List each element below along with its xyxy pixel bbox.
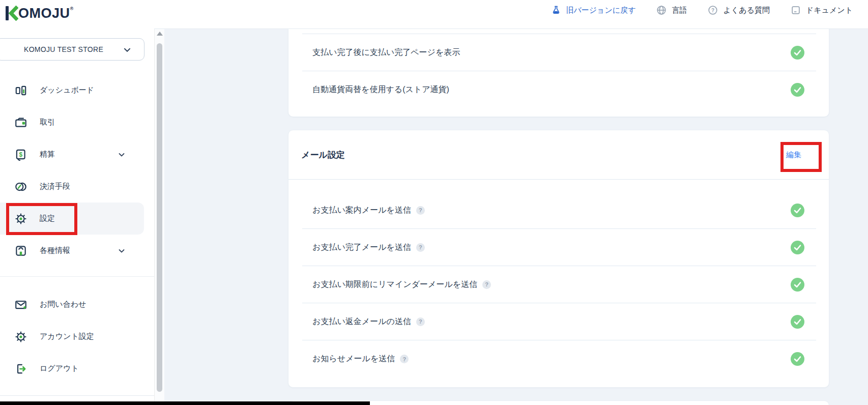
document-icon [790,5,801,16]
setting-row: お支払い期限前にリマインダーメールを送信 ? [302,266,816,303]
store-selector[interactable]: KOMOJU TEST STORE [0,38,144,61]
header-divider [154,28,868,29]
sidebar-item[interactable]: お問い合わせ [0,288,144,321]
header-link[interactable]: ? よくある質問 [707,5,769,16]
bottom-black-bar [0,401,370,405]
sidebar-item-label: お問い合わせ [40,300,86,309]
help-icon[interactable]: ? [400,355,409,363]
svg-text:$: $ [19,151,22,158]
setting-row: お支払い返金メールの送信 ? [302,303,816,340]
enabled-check-icon [791,278,804,292]
payment-methods-icon [14,180,27,193]
setting-label: お知らせメールを送信 [312,354,395,364]
header-link[interactable]: 旧バージョンに戻す [551,5,635,15]
sidebar-footer-nav: お問い合わせ アカウント設定 ログアウト [0,288,154,385]
enabled-check-icon [791,315,804,329]
sidebar-item[interactable]: 取引 [0,106,144,138]
setting-label: お支払い返金メールの送信 [312,316,411,327]
header-link-label: ドキュメント [806,6,853,15]
edit-link[interactable]: 編集 [786,150,801,160]
store-selector-label: KOMOJU TEST STORE [24,45,103,53]
sidebar-item-label: 精算 [40,150,55,159]
sidebar-scrollbar[interactable] [154,29,164,405]
setting-row: お支払い完了メールを送信 ? [302,229,816,266]
payment-settings-rows: 支払い完了後に支払い完了ページを表示 自動通貨両替を使用する(ストア通貨) [302,34,816,108]
setting-row: 支払い完了後に支払い完了ページを表示 [302,34,816,71]
sidebar-item[interactable]: アカウント設定 [0,321,144,353]
sidebar-item[interactable]: $ 精算 [0,138,144,170]
header-link[interactable]: ドキュメント [790,5,853,16]
sidebar-nav: ダッシュボード 取引 $ 精算 決済手段 [0,74,154,267]
scrollbar-thumb[interactable] [157,43,162,392]
komoju-dashboard: 支払い完了後に支払い完了ページを表示 自動通貨両替を使用する(ストア通貨) メー… [0,0,868,405]
gear-icon [14,330,27,343]
logout-icon [14,362,27,375]
sidebar-item-label: 決済手段 [40,182,70,191]
help-icon[interactable]: ? [416,206,425,215]
help-icon[interactable]: ? [416,317,425,326]
sidebar-item[interactable]: ログアウト [0,353,144,385]
sidebar-item[interactable]: 決済手段 [0,170,144,202]
scrollbar-up-arrow[interactable] [157,32,163,36]
sidebar-item-label: アカウント設定 [40,332,94,341]
setting-label: お支払い完了メールを送信 [312,242,411,253]
sidebar-divider [0,276,154,277]
top-header: OMOJU ® 旧バージョンに戻す 言語 ? よくある質問 [0,0,868,29]
setting-row: 自動通貨両替を使用する(ストア通貨) [302,71,816,108]
header-link-label: 言語 [672,6,687,15]
komoju-logo[interactable]: OMOJU ® [5,6,73,23]
info-box-icon [14,244,27,257]
sidebar-item[interactable]: 各種情報 [0,235,144,267]
header-link[interactable]: 言語 [656,5,687,16]
help-icon[interactable]: ? [482,280,491,289]
settlement-icon: $ [14,148,27,161]
svg-text:?: ? [711,8,714,13]
help-icon[interactable]: ? [416,243,425,252]
chevron-down-icon[interactable] [118,247,126,255]
dashboard-icon [14,84,27,97]
header-link-label: 旧バージョンに戻す [566,6,635,15]
question-icon: ? [707,5,718,16]
setting-label: 自動通貨両替を使用する(ストア通貨) [312,84,449,95]
logo-text: OMOJU [18,6,70,21]
enabled-check-icon [791,83,804,97]
enabled-check-icon [791,241,804,254]
mail-icon [14,298,27,311]
sidebar-item[interactable]: ダッシュボード [0,74,144,106]
registered-mark: ® [70,6,74,11]
mail-settings-card: メール設定 編集 お支払い案内メールを送信 ? お支払い完了メールを送信 ? [288,130,829,388]
setting-label: 支払い完了後に支払い完了ページを表示 [312,47,460,58]
sidebar-item[interactable]: 設定 [0,202,144,235]
setting-label: お支払い期限前にリマインダーメールを送信 [312,279,477,290]
chevron-down-icon[interactable] [118,151,126,159]
wallet-icon [14,116,27,129]
enabled-check-icon [791,204,804,217]
header-links: 旧バージョンに戻す 言語 ? よくある質問 ドキュメント [551,0,853,20]
komoju-logo-k-icon [5,6,18,23]
mail-settings-title: メール設定 [301,149,345,161]
enabled-check-icon [791,46,804,60]
sidebar-item-label: ダッシュボード [40,85,94,95]
setting-row: お支払い案内メールを送信 ? [302,192,816,229]
globe-icon [656,5,667,16]
setting-label: お支払い案内メールを送信 [312,205,411,216]
sidebar-item-label: 各種情報 [40,246,70,255]
sidebar-item-label: 設定 [40,214,55,223]
chevron-down-icon [123,45,132,56]
sidebar-item-label: ログアウト [40,364,79,373]
sidebar-item-label: 取引 [40,118,55,127]
mail-settings-rows: お支払い案内メールを送信 ? お支払い完了メールを送信 ? お支払い期限 [302,180,816,378]
gear-icon [14,212,27,225]
flask-icon [551,5,561,15]
enabled-check-icon [791,352,804,366]
setting-row: お知らせメールを送信 ? [302,340,816,378]
header-link-label: よくある質問 [723,6,769,15]
sidebar: KOMOJU TEST STORE ダッシュボード 取引 $ [0,29,154,396]
